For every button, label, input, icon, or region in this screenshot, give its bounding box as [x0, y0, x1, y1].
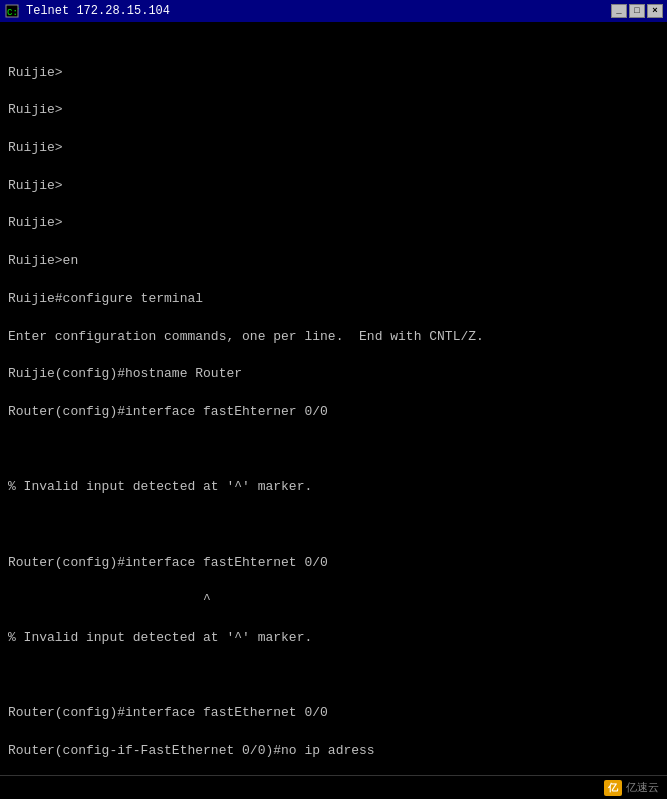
terminal-line	[8, 516, 659, 535]
terminal-line: Ruijie(config)#hostname Router	[8, 365, 659, 384]
close-button[interactable]: ×	[647, 4, 663, 18]
terminal-line: Router(config)#interface fastEhternet 0/…	[8, 554, 659, 573]
minimize-button[interactable]: _	[611, 4, 627, 18]
terminal-line: Router(config)#interface fastEhterner 0/…	[8, 403, 659, 422]
terminal-line	[8, 441, 659, 460]
terminal-line	[8, 667, 659, 686]
terminal-line: Ruijie>	[8, 214, 659, 233]
title-bar-left: C:\ Telnet 172.28.15.104	[4, 3, 170, 19]
title-bar: C:\ Telnet 172.28.15.104 _ □ ×	[0, 0, 667, 22]
terminal-line: Ruijie>en	[8, 252, 659, 271]
terminal-line: Ruijie#configure terminal	[8, 290, 659, 309]
terminal-line: Ruijie>	[8, 177, 659, 196]
maximize-button[interactable]: □	[629, 4, 645, 18]
terminal-line: Router(config-if-FastEthernet 0/0)#no ip…	[8, 742, 659, 761]
terminal-line: Router(config)#interface fastEthernet 0/…	[8, 704, 659, 723]
window-controls: _ □ ×	[611, 4, 663, 18]
terminal-line: Ruijie>	[8, 139, 659, 158]
terminal-line: % Invalid input detected at '^' marker.	[8, 629, 659, 648]
terminal-line: Ruijie>	[8, 101, 659, 120]
terminal-line: Ruijie>	[8, 64, 659, 83]
watermark: 亿 亿速云	[604, 780, 659, 796]
terminal-line: % Invalid input detected at '^' marker.	[8, 478, 659, 497]
window-title: Telnet 172.28.15.104	[26, 4, 170, 18]
watermark-text: 亿速云	[626, 780, 659, 795]
bottom-bar: 亿 亿速云	[0, 775, 667, 799]
watermark-logo: 亿	[604, 780, 622, 796]
svg-text:C:\: C:\	[7, 8, 19, 18]
window-container: C:\ Telnet 172.28.15.104 _ □ × Ruijie> R…	[0, 0, 667, 799]
terminal-line: ^	[8, 591, 659, 610]
terminal-icon: C:\	[4, 3, 20, 19]
terminal-line: Enter configuration commands, one per li…	[8, 328, 659, 347]
terminal-body[interactable]: Ruijie> Ruijie> Ruijie> Ruijie> Ruijie> …	[0, 22, 667, 775]
